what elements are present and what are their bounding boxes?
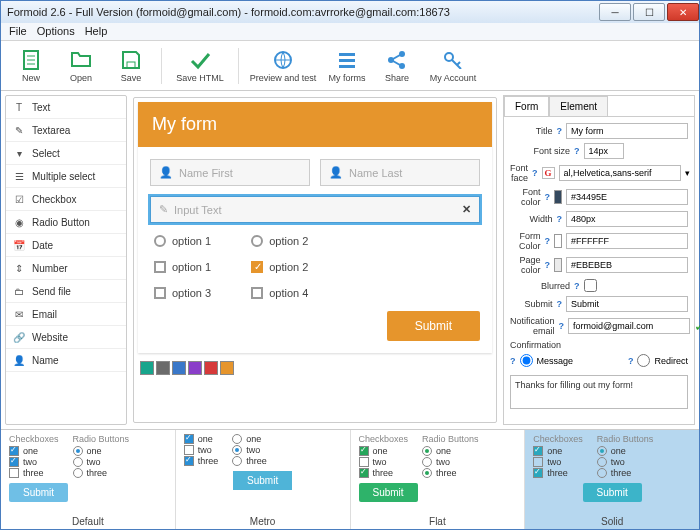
globe-icon [272, 49, 294, 71]
confirm-redirect-radio[interactable] [637, 354, 650, 367]
palette-name[interactable]: 👤Name [6, 349, 126, 372]
form-title[interactable]: My form [138, 102, 492, 147]
preview-button[interactable]: Preview and test [247, 49, 319, 83]
swatch[interactable] [220, 361, 234, 375]
new-button[interactable]: New [9, 49, 53, 83]
palette-date[interactable]: 📅Date [6, 234, 126, 257]
check-icon: ✓ [694, 318, 700, 334]
prop-pagecolor-input[interactable] [566, 257, 688, 273]
open-button[interactable]: Open [59, 49, 103, 83]
google-fonts-icon[interactable]: G [542, 167, 555, 179]
checkbox-option-2[interactable]: option 2 [251, 261, 308, 273]
checkbox-option-1[interactable]: option 1 [154, 261, 211, 273]
theme-metro[interactable]: one two three one two three Submit Metro [176, 430, 351, 529]
form-canvas[interactable]: My form 👤Name First 👤Name Last ✎Input Te… [133, 97, 497, 423]
theme-default[interactable]: Checkboxes one two three Radio Buttons o… [1, 430, 176, 529]
share-button[interactable]: Share [375, 49, 419, 83]
theme-submit-button[interactable]: Submit [233, 471, 292, 490]
radio-icon: ◉ [12, 215, 26, 229]
theme-submit-button[interactable]: Submit [359, 483, 418, 502]
help-icon[interactable]: ? [628, 356, 634, 366]
help-icon[interactable]: ? [574, 146, 580, 156]
theme-gallery: Checkboxes one two three Radio Buttons o… [1, 429, 699, 529]
palette-checkbox[interactable]: ☑Checkbox [6, 188, 126, 211]
palette-sendfile[interactable]: 🗀Send file [6, 280, 126, 303]
close-button[interactable]: ✕ [667, 3, 699, 21]
help-icon[interactable]: ? [544, 236, 550, 246]
swatch[interactable] [188, 361, 202, 375]
delete-field-button[interactable]: ✕ [462, 203, 471, 216]
label-notify: Notification email [510, 316, 555, 336]
help-icon[interactable]: ? [557, 299, 563, 309]
confirm-message-radio[interactable] [520, 354, 533, 367]
help-icon[interactable]: ? [557, 214, 563, 224]
maximize-button[interactable]: ☐ [633, 3, 665, 21]
checkbox-option-4[interactable]: option 4 [251, 287, 308, 299]
palette-textarea[interactable]: ✎Textarea [6, 119, 126, 142]
palette-radio[interactable]: ◉Radio Button [6, 211, 126, 234]
folder-icon [70, 49, 92, 71]
prop-fontsize-input[interactable] [584, 143, 624, 159]
menu-help[interactable]: Help [85, 25, 108, 38]
theme-solid[interactable]: Checkboxes one two three Radio Buttons o… [525, 430, 699, 529]
savehtml-button[interactable]: Save HTML [170, 49, 230, 83]
text-input-selected[interactable]: ✎Input Text✕ [150, 196, 480, 223]
chevron-down-icon[interactable]: ▾ [685, 168, 690, 178]
tab-element[interactable]: Element [549, 96, 608, 116]
canvas-area: My form 👤Name First 👤Name Last ✎Input Te… [127, 91, 503, 429]
palette-multiselect[interactable]: ☰Multiple select [6, 165, 126, 188]
save-button[interactable]: Save [109, 49, 153, 83]
help-icon[interactable]: ? [557, 126, 563, 136]
person-icon: 👤 [159, 166, 173, 179]
help-icon[interactable]: ? [544, 192, 550, 202]
name-first-input[interactable]: 👤Name First [150, 159, 310, 186]
help-icon[interactable]: ? [510, 356, 516, 366]
swatch[interactable] [156, 361, 170, 375]
confirm-message-textarea[interactable]: Thanks for filling out my form! [510, 375, 688, 409]
prop-title-input[interactable] [566, 123, 688, 139]
form-submit-button[interactable]: Submit [387, 311, 480, 341]
menu-file[interactable]: File [9, 25, 27, 38]
theme-flat[interactable]: Checkboxes one two three Radio Buttons o… [351, 430, 526, 529]
palette-number[interactable]: ⇕Number [6, 257, 126, 280]
name-last-input[interactable]: 👤Name Last [320, 159, 480, 186]
swatch[interactable] [204, 361, 218, 375]
radio-option-1[interactable]: option 1 [154, 235, 211, 247]
minimize-button[interactable]: ─ [599, 3, 631, 21]
prop-blurred-checkbox[interactable] [584, 279, 597, 292]
theme-swatches [134, 357, 496, 379]
palette-select[interactable]: ▾Select [6, 142, 126, 165]
prop-width-input[interactable] [566, 211, 688, 227]
radio-option-2[interactable]: option 2 [251, 235, 308, 247]
menu-options[interactable]: Options [37, 25, 75, 38]
theme-submit-button[interactable]: Submit [9, 483, 68, 502]
prop-fontface-input[interactable] [559, 165, 681, 181]
help-icon[interactable]: ? [544, 260, 550, 270]
color-swatch[interactable] [554, 234, 562, 248]
checkbox-icon [154, 287, 166, 299]
palette-text[interactable]: TText [6, 96, 126, 119]
swatch[interactable] [140, 361, 154, 375]
prop-notify-input[interactable] [568, 318, 690, 334]
help-icon[interactable]: ? [532, 168, 538, 178]
help-icon[interactable]: ? [574, 281, 580, 291]
swatch[interactable] [172, 361, 186, 375]
prop-submit-input[interactable] [566, 296, 688, 312]
account-button[interactable]: My Account [425, 49, 481, 83]
select-icon: ▾ [12, 146, 26, 160]
list-icon [336, 49, 358, 71]
save-icon [120, 49, 142, 71]
tab-form[interactable]: Form [504, 96, 549, 116]
folder-icon: 🗀 [12, 284, 26, 298]
prop-formcolor-input[interactable] [566, 233, 688, 249]
label-confirm: Confirmation [510, 340, 688, 350]
palette-email[interactable]: ✉Email [6, 303, 126, 326]
help-icon[interactable]: ? [559, 321, 565, 331]
theme-submit-button[interactable]: Submit [583, 483, 642, 502]
color-swatch[interactable] [554, 190, 562, 204]
checkbox-option-3[interactable]: option 3 [154, 287, 211, 299]
color-swatch[interactable] [554, 258, 562, 272]
myforms-button[interactable]: My forms [325, 49, 369, 83]
palette-website[interactable]: 🔗Website [6, 326, 126, 349]
prop-fontcolor-input[interactable] [566, 189, 688, 205]
